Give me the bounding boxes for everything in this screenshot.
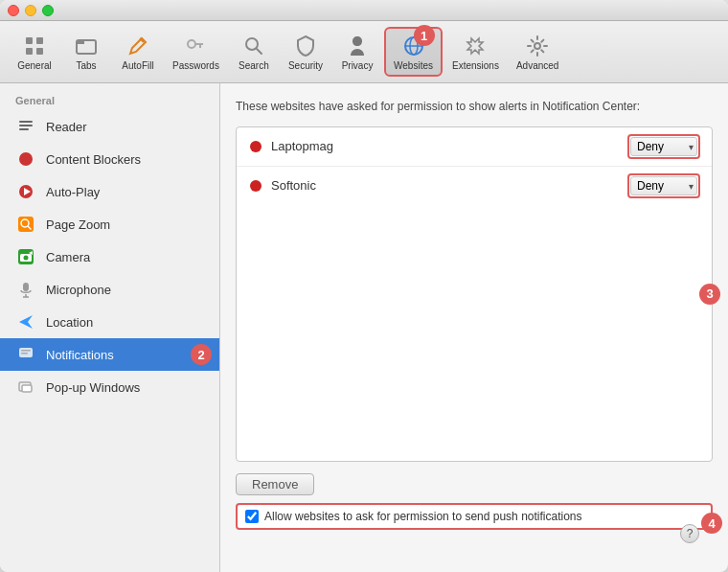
svg-rect-2 bbox=[26, 48, 33, 55]
sidebar-item-notifications[interactable]: 2 Notifications bbox=[0, 338, 219, 371]
softonic-permission-select[interactable]: Deny Allow bbox=[630, 176, 697, 195]
toolbar-item-autofill[interactable]: AutoFill bbox=[113, 29, 163, 75]
sidebar: General Reader Content Blockers Auto-Pla… bbox=[0, 83, 220, 572]
sidebar-item-label-notifications: Notifications bbox=[46, 348, 114, 362]
sidebar-item-camera[interactable]: Camera bbox=[0, 240, 219, 273]
pop-up-windows-icon bbox=[15, 377, 36, 398]
general-icon bbox=[21, 33, 48, 59]
svg-rect-31 bbox=[22, 385, 32, 392]
softonic-permission-wrap: Deny Allow bbox=[627, 173, 700, 198]
softonic-label: Softonic bbox=[271, 178, 316, 193]
sidebar-item-reader[interactable]: Reader bbox=[0, 110, 219, 143]
passwords-icon bbox=[182, 33, 209, 59]
privacy-icon bbox=[344, 33, 371, 59]
svg-rect-11 bbox=[19, 121, 33, 123]
laptopmag-select-wrapper: Deny Allow bbox=[630, 137, 697, 156]
toolbar-item-privacy[interactable]: Privacy bbox=[332, 29, 382, 75]
location-icon bbox=[15, 311, 36, 332]
svg-point-6 bbox=[246, 38, 258, 50]
advanced-icon bbox=[524, 33, 551, 59]
security-icon bbox=[292, 33, 319, 59]
sidebar-item-microphone[interactable]: Microphone bbox=[0, 273, 219, 306]
softonic-select-wrapper: Deny Allow bbox=[630, 176, 697, 195]
sidebar-item-label-pop-up-windows: Pop-up Windows bbox=[46, 380, 140, 395]
reader-icon bbox=[15, 116, 36, 137]
websites-icon-wrap: 1 bbox=[400, 33, 427, 59]
safari-preferences-window: General Tabs AutoFill Passwords Search bbox=[0, 0, 728, 572]
notifications-icon bbox=[15, 344, 36, 365]
toolbar-item-general[interactable]: General bbox=[10, 29, 59, 75]
svg-rect-28 bbox=[21, 350, 31, 352]
sidebar-item-page-zoom[interactable]: Page Zoom bbox=[0, 208, 219, 240]
website-list: Laptopmag Deny Allow bbox=[237, 127, 712, 461]
toolbar-label-security: Security bbox=[288, 60, 323, 71]
page-zoom-icon bbox=[15, 214, 36, 235]
sidebar-section-title: General bbox=[0, 91, 219, 110]
svg-point-14 bbox=[19, 152, 33, 166]
annotation-badge-3: 3 bbox=[699, 284, 720, 305]
svg-rect-12 bbox=[19, 125, 33, 126]
toolbar: General Tabs AutoFill Passwords Search bbox=[0, 21, 728, 83]
svg-point-10 bbox=[535, 43, 540, 49]
sidebar-item-pop-up-windows[interactable]: Pop-up Windows bbox=[0, 371, 219, 403]
sidebar-item-location[interactable]: Location bbox=[0, 306, 219, 338]
laptopmag-favicon bbox=[248, 139, 263, 154]
maximize-button[interactable] bbox=[42, 5, 54, 16]
laptopmag-permission-select[interactable]: Deny Allow bbox=[630, 137, 697, 156]
sidebar-item-label-content-blockers: Content Blockers bbox=[46, 152, 141, 167]
toolbar-item-websites[interactable]: 1 Websites bbox=[384, 27, 443, 77]
svg-point-33 bbox=[250, 180, 262, 192]
svg-marker-26 bbox=[19, 315, 33, 329]
auto-play-icon bbox=[15, 181, 36, 202]
laptopmag-label: Laptopmag bbox=[271, 139, 333, 153]
svg-rect-13 bbox=[19, 128, 29, 130]
svg-rect-23 bbox=[23, 283, 29, 291]
remove-button[interactable]: Remove bbox=[236, 473, 314, 495]
svg-point-21 bbox=[24, 256, 29, 261]
main-area: General Reader Content Blockers Auto-Pla… bbox=[0, 83, 728, 572]
toolbar-label-tabs: Tabs bbox=[76, 60, 96, 71]
svg-rect-1 bbox=[36, 37, 43, 44]
website-name-softonic: Softonic bbox=[248, 178, 316, 194]
softonic-favicon bbox=[248, 178, 263, 194]
sidebar-item-label-location: Location bbox=[46, 315, 93, 330]
close-button[interactable] bbox=[8, 5, 19, 16]
sidebar-item-label-microphone: Microphone bbox=[46, 283, 111, 297]
toolbar-item-search[interactable]: Search bbox=[229, 29, 279, 75]
content-panel: These websites have asked for permission… bbox=[220, 83, 728, 572]
toolbar-item-security[interactable]: Security bbox=[281, 29, 330, 75]
camera-icon bbox=[15, 246, 36, 267]
sidebar-item-label-reader: Reader bbox=[46, 120, 87, 134]
minimize-button[interactable] bbox=[25, 5, 36, 16]
website-name-laptopmag: Laptopmag bbox=[248, 139, 333, 154]
traffic-lights bbox=[8, 5, 54, 16]
annotation-badge-2: 2 bbox=[191, 344, 212, 365]
toolbar-item-passwords[interactable]: Passwords bbox=[165, 29, 227, 75]
annotation-badge-1: 1 bbox=[414, 25, 435, 46]
toolbar-label-general: General bbox=[17, 60, 52, 71]
toolbar-label-search: Search bbox=[239, 60, 269, 71]
svg-rect-0 bbox=[26, 37, 33, 44]
svg-point-5 bbox=[188, 40, 195, 48]
search-icon bbox=[240, 33, 267, 59]
help-button[interactable]: ? bbox=[680, 524, 699, 543]
allow-push-checkbox[interactable] bbox=[245, 510, 259, 523]
table-row: Laptopmag Deny Allow bbox=[237, 127, 712, 167]
bottom-bar: Remove 4 Allow websites to ask for permi… bbox=[236, 473, 713, 530]
laptopmag-permission-wrap: Deny Allow bbox=[627, 134, 700, 159]
titlebar bbox=[0, 0, 728, 21]
toolbar-item-extensions[interactable]: Extensions bbox=[444, 29, 507, 75]
toolbar-item-advanced[interactable]: Advanced bbox=[509, 29, 566, 75]
toolbar-label-advanced: Advanced bbox=[516, 60, 558, 71]
microphone-icon bbox=[15, 279, 36, 300]
table-row: Softonic Deny Allow bbox=[237, 167, 712, 205]
tabs-icon bbox=[73, 33, 100, 59]
toolbar-label-websites: Websites bbox=[394, 60, 433, 71]
toolbar-item-tabs[interactable]: Tabs bbox=[61, 29, 111, 75]
toolbar-label-passwords: Passwords bbox=[172, 60, 219, 71]
sidebar-item-content-blockers[interactable]: Content Blockers bbox=[0, 143, 219, 175]
allow-push-label: Allow websites to ask for permission to … bbox=[264, 510, 582, 523]
annotation-badge-4: 4 bbox=[701, 513, 722, 534]
allow-push-checkbox-row: Allow websites to ask for permission to … bbox=[236, 503, 713, 530]
sidebar-item-auto-play[interactable]: Auto-Play bbox=[0, 175, 219, 208]
